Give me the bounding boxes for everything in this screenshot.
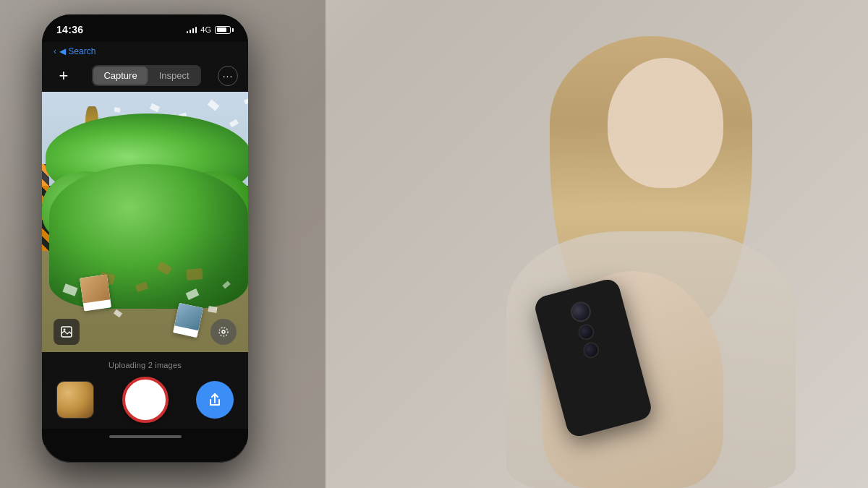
photo-card-1	[80, 275, 111, 312]
toolbar: + Capture Inspect ···	[42, 61, 248, 92]
status-time: 14:36	[56, 24, 83, 35]
inspect-tab[interactable]: Inspect	[149, 67, 200, 85]
status-icons: 4G	[187, 25, 234, 34]
battery-icon	[215, 26, 234, 34]
camera-viewfinder	[42, 92, 248, 352]
settings-icon-btn[interactable]	[210, 319, 237, 345]
upload-status-text: Uploading 2 images	[109, 361, 182, 369]
capture-tab[interactable]: Capture	[93, 67, 147, 85]
shutter-inner	[127, 381, 164, 419]
share-icon	[207, 392, 223, 408]
camera-lens-1	[569, 299, 593, 324]
battery-body	[215, 26, 231, 34]
last-capture-thumbnail[interactable]	[56, 381, 94, 419]
viewfinder-icons	[42, 319, 248, 345]
debris-4	[186, 268, 203, 281]
back-search[interactable]: ‹ ◀ Search	[54, 46, 95, 56]
signal-bars-icon	[187, 26, 197, 33]
share-button[interactable]	[196, 381, 234, 419]
shutter-button[interactable]	[122, 377, 169, 423]
thumbnail-image	[57, 382, 93, 418]
signal-label: 4G	[200, 25, 211, 34]
capture-controls	[42, 377, 248, 423]
more-button[interactable]: ···	[218, 66, 238, 86]
signal-bar-3	[192, 28, 195, 33]
image-icon	[61, 326, 72, 338]
battery-fill	[217, 27, 227, 32]
signal-bar-2	[190, 30, 192, 33]
camera-lens-2	[576, 322, 596, 342]
svg-point-1	[64, 329, 66, 331]
photo-card-1-img	[80, 275, 110, 303]
status-bar: 14:36 4G	[42, 14, 248, 42]
woman-face	[608, 58, 723, 188]
more-icon: ···	[223, 70, 234, 82]
signal-bar-1	[187, 31, 189, 33]
capture-bar: Uploading 2 images	[42, 352, 248, 429]
nav-bar: ‹ ◀ Search	[42, 42, 248, 61]
svg-point-3	[219, 328, 228, 336]
camera-lens-3	[582, 341, 601, 360]
signal-bar-4	[195, 27, 197, 33]
segment-control[interactable]: Capture Inspect	[92, 65, 200, 86]
ar-sofa	[42, 121, 248, 309]
svg-point-2	[222, 330, 225, 333]
gallery-icon-btn[interactable]	[54, 319, 80, 345]
confetti-5	[114, 107, 121, 112]
sofa-main	[49, 164, 248, 309]
back-chevron-icon: ‹	[54, 46, 56, 56]
camera-array	[569, 299, 603, 361]
home-indicator	[42, 429, 248, 445]
home-bar	[109, 435, 182, 438]
back-label: ◀ Search	[59, 46, 95, 56]
battery-tip	[232, 28, 234, 32]
iphone-mockup: 14:36 4G ‹ ◀ Search + Cap	[42, 14, 248, 463]
add-button[interactable]: +	[52, 68, 75, 84]
settings-icon	[218, 326, 229, 338]
